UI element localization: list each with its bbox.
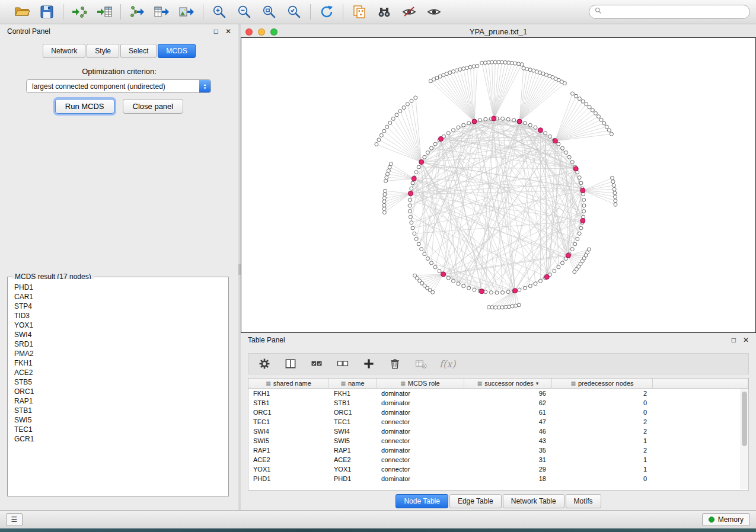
node-table: ▦shared name▦name▦MCDS role▦successor no… [248, 378, 749, 491]
mcds-list-item[interactable]: STB1 [9, 406, 227, 415]
clear-values-icon[interactable] [413, 356, 429, 371]
table-cell: ORC1 [248, 408, 329, 417]
column-header-name[interactable]: ▦name [329, 379, 377, 388]
mcds-list-item[interactable]: PHD1 [9, 283, 227, 292]
table-row[interactable]: FKH1FKH1dominator962 [248, 389, 748, 398]
mcds-list-item[interactable]: RAP1 [9, 396, 227, 406]
scrollbar-thumb[interactable] [742, 392, 747, 446]
table-row[interactable]: RAP1RAP1dominator352 [248, 446, 748, 455]
mcds-list-item[interactable]: YOX1 [9, 321, 227, 330]
window-minimize-icon[interactable] [258, 28, 265, 36]
settings-gear-icon[interactable] [257, 356, 272, 371]
table-scrollbar[interactable] [741, 389, 748, 489]
table-row[interactable]: TEC1TEC1connector472 [248, 417, 748, 427]
hide-graphics-icon[interactable] [400, 3, 419, 21]
tab-node-table[interactable]: Node Table [395, 494, 448, 508]
export-table-icon[interactable] [152, 3, 171, 21]
window-close-icon[interactable] [245, 28, 253, 36]
mcds-list-item[interactable]: TEC1 [9, 425, 227, 434]
window-zoom-icon[interactable] [270, 28, 277, 36]
criterion-dropdown[interactable]: largest connected component (undirected)… [26, 79, 211, 93]
network-graph[interactable] [241, 38, 755, 332]
mcds-list-item[interactable]: STB5 [9, 377, 227, 387]
refresh-layout-icon[interactable] [317, 3, 336, 21]
mcds-list-item[interactable]: FKH1 [9, 358, 227, 368]
mcds-list-item[interactable]: STP4 [9, 302, 227, 311]
mcds-list-item[interactable]: GCR1 [9, 434, 227, 444]
table-cell: dominator [377, 474, 464, 483]
table-panel-close-icon[interactable]: ✕ [743, 336, 749, 344]
table-row[interactable]: SWI4SWI4dominator462 [248, 427, 748, 436]
table-row[interactable]: ACE2ACE2connector311 [248, 455, 748, 464]
table-panel-float-icon[interactable]: □ [732, 336, 736, 344]
table-cell: YOX1 [329, 464, 377, 474]
table-row[interactable]: STB1STB1dominator620 [248, 398, 748, 408]
tab-network-table[interactable]: Network Table [503, 494, 564, 508]
table-cell: 18 [464, 474, 552, 483]
select-all-icon[interactable] [309, 356, 324, 371]
zoom-selected-icon[interactable] [285, 3, 304, 21]
table-row[interactable]: YOX1YOX1connector291 [248, 464, 748, 474]
run-mcds-button[interactable]: Run MCDS [55, 99, 114, 114]
table-cell: 61 [464, 408, 552, 417]
mcds-list-item[interactable]: SRD1 [9, 339, 227, 349]
show-graphics-icon[interactable] [425, 3, 444, 21]
mcds-list-item[interactable]: SWI5 [9, 415, 227, 425]
mcds-list-item[interactable]: CAR1 [9, 292, 227, 302]
mcds-list-item[interactable]: TID3 [9, 311, 227, 321]
export-network-icon[interactable] [127, 3, 146, 21]
table-cell: ORC1 [329, 408, 377, 417]
delete-row-icon[interactable] [387, 356, 403, 371]
clone-network-icon[interactable] [350, 3, 369, 21]
tab-motifs[interactable]: Motifs [566, 494, 601, 508]
table-cell: 2 [552, 389, 653, 398]
search-box[interactable] [589, 5, 750, 19]
table-cell: connector [377, 436, 464, 446]
import-table-icon[interactable] [95, 3, 114, 21]
search-input[interactable] [607, 8, 745, 16]
deselect-all-icon[interactable] [335, 356, 350, 371]
mcds-list-item[interactable]: PMA2 [9, 349, 227, 358]
table-row[interactable]: PHD1PHD1dominator180 [248, 474, 748, 483]
find-icon[interactable] [375, 3, 394, 21]
add-row-icon[interactable] [361, 356, 377, 371]
control-panel-close-icon[interactable]: ✕ [225, 28, 231, 35]
column-grid-icon: ▦ [400, 380, 406, 386]
network-window-title: YPA_prune.txt_1 [241, 27, 756, 36]
network-view[interactable] [241, 37, 756, 333]
zoom-fit-icon[interactable] [260, 3, 279, 21]
open-folder-icon[interactable] [12, 3, 31, 21]
mcds-result-list: PHD1CAR1STP4TID3YOX1SWI4SRD1PMA2FKH1ACE2… [9, 279, 227, 494]
save-session-icon[interactable] [37, 3, 56, 21]
mcds-list-item[interactable]: ORC1 [9, 387, 227, 396]
control-panel-float-icon[interactable]: □ [214, 28, 218, 35]
memory-button[interactable]: Memory [702, 513, 750, 526]
tab-edge-table[interactable]: Edge Table [449, 494, 502, 508]
table-cell: 1 [552, 464, 653, 474]
table-cell: PHD1 [248, 474, 329, 483]
mcds-list-item[interactable]: ACE2 [9, 368, 227, 377]
column-visibility-icon[interactable] [283, 356, 298, 371]
tab-network[interactable]: Network [43, 44, 85, 58]
tab-select[interactable]: Select [120, 44, 157, 58]
status-menu-button[interactable]: ☰ [6, 513, 23, 526]
table-row[interactable]: ORC1ORC1dominator610 [248, 408, 748, 417]
tab-mcds[interactable]: MCDS [158, 44, 195, 58]
control-panel-tabs: NetworkStyleSelectMCDS [0, 44, 238, 58]
tab-style[interactable]: Style [87, 44, 119, 58]
export-image-icon[interactable] [177, 3, 196, 21]
table-cell: 46 [464, 427, 552, 436]
table-cell: 2 [552, 427, 653, 436]
zoom-out-icon[interactable] [235, 3, 254, 21]
optimization-criterion-label: Optimization criterion: [0, 67, 238, 76]
import-network-icon[interactable] [70, 3, 89, 21]
column-header-MCDS-role[interactable]: ▦MCDS role [377, 379, 464, 388]
close-panel-button[interactable]: Close panel [123, 99, 184, 114]
column-header-successor-nodes[interactable]: ▦successor nodes▾ [464, 379, 552, 388]
function-builder-icon[interactable]: f(x) [439, 356, 455, 371]
table-row[interactable]: SWI5SWI5connector431 [248, 436, 748, 446]
zoom-in-icon[interactable] [210, 3, 229, 21]
column-header-predecessor-nodes[interactable]: ▦predecessor nodes [552, 379, 653, 388]
column-header-shared-name[interactable]: ▦shared name [248, 379, 329, 388]
mcds-list-item[interactable]: SWI4 [9, 330, 227, 339]
